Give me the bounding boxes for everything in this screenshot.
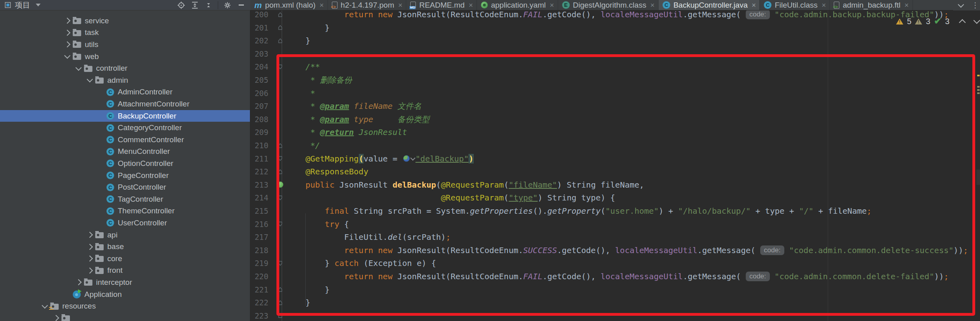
fold-marker-icon[interactable] bbox=[276, 258, 284, 269]
editor-tab-digestalgorithm-class[interactable]: EDigestAlgorithm.class× bbox=[558, 0, 659, 10]
code-text[interactable]: } bbox=[286, 34, 310, 47]
tree-item-partial[interactable] bbox=[0, 312, 250, 321]
chevron-right-icon[interactable] bbox=[64, 41, 70, 48]
hidden-tabs-dropdown-icon[interactable] bbox=[955, 1, 966, 10]
code-text[interactable]: * @param fileName 文件名 bbox=[286, 100, 421, 113]
inspections-widget[interactable]: ! 5 ! 3 ✔ 3 bbox=[896, 16, 979, 27]
fold-marker-icon[interactable] bbox=[276, 153, 284, 164]
tree-item-pagecontroller[interactable]: CPageController bbox=[0, 170, 250, 182]
tree-item-optioncontroller[interactable]: COptionController bbox=[0, 157, 250, 170]
previous-problem-icon[interactable] bbox=[959, 19, 966, 26]
code-text[interactable]: @RequestParam("type") String type) { bbox=[286, 191, 615, 204]
tree-item-service[interactable]: service bbox=[0, 15, 250, 27]
fold-marker-icon[interactable] bbox=[276, 297, 284, 308]
chevron-right-icon[interactable] bbox=[86, 243, 93, 250]
editor-tab-h2-1-4-197-pom[interactable]: <>h2-1.4.197.pom× bbox=[328, 0, 407, 10]
fold-marker-icon[interactable] bbox=[276, 284, 284, 295]
locate-icon[interactable] bbox=[176, 1, 186, 10]
code-line-222[interactable]: 222 } bbox=[251, 296, 980, 309]
stripe-mark[interactable] bbox=[977, 75, 980, 76]
gear-icon[interactable] bbox=[222, 1, 233, 10]
code-line-219[interactable]: 219 } catch (Exception e) { bbox=[251, 257, 980, 270]
code-text[interactable]: */ bbox=[286, 139, 320, 152]
code-text[interactable]: return new JsonResult(ResultCodeEnum.FAI… bbox=[286, 10, 949, 21]
close-icon[interactable]: × bbox=[550, 2, 554, 9]
spring-mapping-gutter-icon[interactable] bbox=[276, 179, 284, 190]
code-editor[interactable]: 200 return new JsonResult(ResultCodeEnum… bbox=[251, 10, 980, 321]
code-line-200[interactable]: 200 return new JsonResult(ResultCodeEnum… bbox=[251, 10, 980, 21]
error-stripe[interactable] bbox=[976, 10, 980, 321]
editor-tab-readme-md[interactable]: MDREADME.md× bbox=[406, 0, 477, 10]
code-text[interactable]: final String srcPath = System.getPropert… bbox=[286, 204, 872, 218]
expand-all-icon[interactable] bbox=[190, 1, 200, 10]
code-line-206[interactable]: 206 * bbox=[251, 87, 980, 100]
next-problem-icon[interactable] bbox=[974, 17, 980, 24]
tree-item-themecontroller[interactable]: CThemeController bbox=[0, 205, 250, 217]
chevron-down-icon[interactable] bbox=[75, 64, 82, 71]
code-text[interactable]: FileUtil.del(srcPath); bbox=[286, 231, 450, 244]
code-text[interactable]: } bbox=[286, 296, 310, 309]
project-view-dropdown-icon[interactable] bbox=[36, 4, 41, 6]
code-text[interactable]: * 删除备份 bbox=[286, 74, 352, 87]
fold-marker-icon[interactable] bbox=[276, 61, 284, 72]
tree-item-task[interactable]: task bbox=[0, 27, 250, 39]
chevron-down-icon[interactable] bbox=[86, 76, 93, 83]
code-line-210[interactable]: 210 */ bbox=[251, 139, 980, 152]
close-icon[interactable]: × bbox=[752, 2, 756, 9]
fold-marker-icon[interactable] bbox=[276, 10, 284, 20]
code-line-213[interactable]: 213 public JsonResult delBackup(@Request… bbox=[251, 178, 980, 192]
fold-marker-icon[interactable] bbox=[276, 22, 284, 33]
fold-marker-icon[interactable] bbox=[276, 192, 284, 203]
stripe-mark[interactable] bbox=[977, 86, 980, 88]
tree-item-menucontroller[interactable]: CMenuController bbox=[0, 146, 250, 158]
tab-options-icon[interactable]: ⋮ bbox=[972, 1, 979, 10]
tree-item-utils[interactable]: utils bbox=[0, 39, 250, 51]
chevron-right-icon[interactable] bbox=[75, 279, 82, 286]
tree-item-commentcontroller[interactable]: CCommentController bbox=[0, 134, 250, 146]
code-text[interactable]: } bbox=[286, 283, 329, 296]
code-line-218[interactable]: 218 return new JsonResult(ResultCodeEnum… bbox=[251, 244, 980, 257]
tree-item-admincontroller[interactable]: CAdminController bbox=[0, 86, 250, 98]
stripe-mark[interactable] bbox=[977, 89, 980, 91]
tree-item-application[interactable]: Application bbox=[0, 288, 250, 301]
code-text[interactable]: return new JsonResult(ResultCodeEnum.FAI… bbox=[286, 270, 949, 283]
chevron-down-icon[interactable] bbox=[64, 53, 70, 59]
code-line-214[interactable]: 214 @RequestParam("type") String type) { bbox=[251, 191, 980, 204]
chevron-right-icon[interactable] bbox=[86, 268, 93, 274]
code-text[interactable]: public JsonResult delBackup(@RequestPara… bbox=[286, 178, 644, 192]
fold-marker-icon[interactable] bbox=[276, 166, 284, 177]
code-line-216[interactable]: 216 try { bbox=[251, 218, 980, 231]
close-icon[interactable]: × bbox=[319, 2, 324, 9]
tree-item-admin[interactable]: admin bbox=[0, 74, 250, 86]
fold-marker-icon[interactable] bbox=[276, 140, 284, 151]
close-icon[interactable]: × bbox=[904, 2, 909, 9]
url-globe-icon[interactable] bbox=[403, 155, 415, 162]
code-text[interactable]: return new JsonResult(ResultCodeEnum.SUC… bbox=[286, 244, 968, 257]
code-line-205[interactable]: 205 * 删除备份 bbox=[251, 74, 980, 87]
code-text[interactable]: @GetMapping(value = "delBackup") bbox=[286, 152, 474, 166]
chevron-down-icon[interactable] bbox=[41, 302, 48, 309]
editor-tab-fileutil-class[interactable]: CFileUtil.class× bbox=[760, 0, 830, 10]
stripe-mark[interactable] bbox=[977, 92, 980, 94]
tree-item-front[interactable]: front bbox=[0, 265, 250, 277]
code-text[interactable]: try { bbox=[286, 218, 349, 231]
tree-item-core[interactable]: core bbox=[0, 253, 250, 265]
code-text[interactable]: @ResponseBody bbox=[286, 165, 368, 178]
editor-tab-admin-backup-ftl[interactable]: <>admin_backup.ftl× bbox=[830, 0, 912, 10]
chevron-right-icon[interactable] bbox=[53, 315, 59, 321]
fold-marker-icon[interactable] bbox=[276, 219, 284, 230]
tree-item-api[interactable]: api bbox=[0, 229, 250, 241]
tree-item-postcontroller[interactable]: CPostController bbox=[0, 181, 250, 193]
code-text[interactable]: } bbox=[286, 21, 329, 35]
chevron-right-icon[interactable] bbox=[86, 256, 93, 262]
code-line-220[interactable]: 220 return new JsonResult(ResultCodeEnum… bbox=[251, 270, 980, 283]
code-line-203[interactable]: 203 bbox=[251, 47, 980, 61]
close-icon[interactable]: × bbox=[650, 2, 655, 9]
tree-item-web[interactable]: web bbox=[0, 51, 250, 63]
tree-item-usercontroller[interactable]: CUserController bbox=[0, 217, 250, 229]
code-text[interactable]: * bbox=[286, 87, 315, 100]
minimize-icon[interactable] bbox=[236, 1, 246, 10]
code-line-223[interactable]: 223 bbox=[251, 309, 980, 321]
code-text[interactable]: * @param type 备份类型 bbox=[286, 113, 430, 126]
code-line-204[interactable]: 204 /** bbox=[251, 60, 980, 74]
